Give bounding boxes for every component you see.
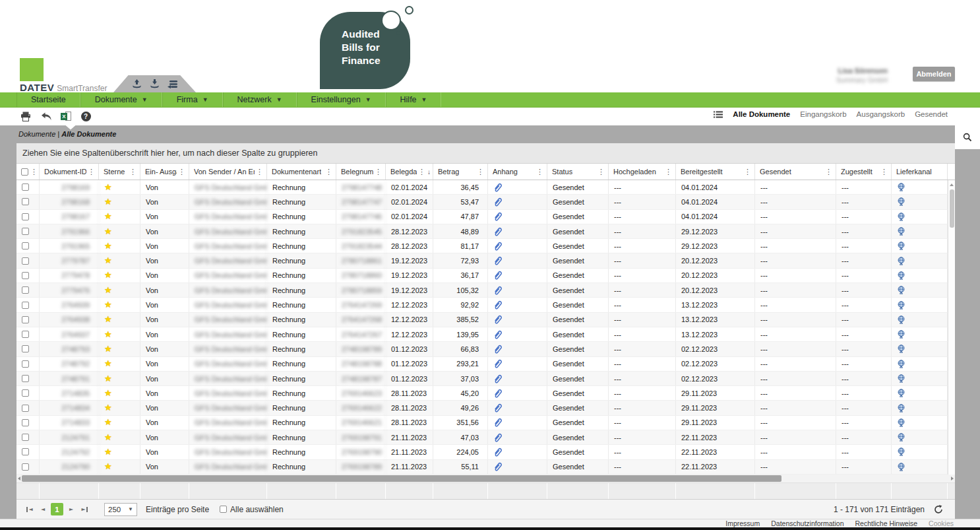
delivery-channel-globe-icon[interactable] bbox=[897, 463, 905, 471]
row-checkbox[interactable] bbox=[22, 448, 29, 455]
paperclip-icon[interactable] bbox=[493, 183, 502, 192]
paperclip-icon[interactable] bbox=[493, 389, 502, 398]
tab-ausgangskorb[interactable]: Ausgangskorb bbox=[857, 110, 905, 118]
row-checkbox[interactable] bbox=[22, 302, 29, 309]
column-header-hochgeladen[interactable]: Hochgeladen⋮ bbox=[609, 164, 676, 180]
footer-link-impressum[interactable]: Impressum bbox=[725, 519, 760, 527]
table-row[interactable]: 2764937★VonGFS Deutschland GmbHRechnung2… bbox=[16, 327, 955, 342]
table-row[interactable]: 2791966★VonGFS Deutschland GmbHRechnung2… bbox=[16, 224, 955, 239]
table-row[interactable]: 2714834★VonGFS Deutschland GmbHRechnung2… bbox=[16, 401, 955, 415]
delivery-channel-globe-icon[interactable] bbox=[897, 389, 905, 397]
help-icon[interactable]: ? bbox=[80, 110, 92, 122]
column-menu-icon[interactable]: ⋮ bbox=[663, 168, 673, 176]
delivery-channel-globe-icon[interactable] bbox=[897, 271, 905, 280]
paperclip-icon[interactable] bbox=[493, 433, 502, 442]
group-by-dropzone[interactable]: Ziehen Sie eine Spaltenüberschrift hier … bbox=[16, 143, 955, 164]
delivery-channel-globe-icon[interactable] bbox=[897, 183, 905, 191]
row-checkbox[interactable] bbox=[22, 389, 29, 397]
tab-eingangskorb[interactable]: Eingangskorb bbox=[800, 110, 846, 118]
paperclip-icon[interactable] bbox=[493, 242, 502, 251]
column-menu-icon[interactable]: ⋮ bbox=[417, 168, 427, 176]
printer-icon[interactable] bbox=[20, 110, 32, 122]
column-header-dokument_id[interactable]: Dokument-ID⋮ bbox=[40, 164, 99, 180]
paperclip-icon[interactable] bbox=[493, 212, 502, 221]
row-checkbox[interactable] bbox=[22, 286, 29, 294]
excel-export-icon[interactable]: X bbox=[61, 112, 71, 121]
scroll-right-arrow-icon[interactable] bbox=[951, 477, 954, 480]
column-header-zugestellt[interactable]: Zugestellt⋮ bbox=[836, 164, 892, 180]
download-icon[interactable] bbox=[150, 79, 160, 88]
horizontal-scrollbar[interactable] bbox=[16, 475, 955, 483]
column-menu-icon[interactable]: ⋮ bbox=[373, 168, 383, 176]
table-row[interactable]: 2779476★VonGFS Deutschland GmbHRechnung2… bbox=[16, 283, 955, 298]
delivery-channel-globe-icon[interactable] bbox=[897, 433, 905, 442]
paperclip-icon[interactable] bbox=[493, 300, 502, 310]
previous-page-button[interactable]: ◄ bbox=[36, 504, 49, 515]
delivery-channel-globe-icon[interactable] bbox=[897, 360, 905, 368]
delivery-channel-globe-icon[interactable] bbox=[897, 315, 905, 324]
current-page-button[interactable]: 1 bbox=[51, 503, 63, 515]
logout-button[interactable]: Abmelden bbox=[913, 67, 955, 81]
column-menu-icon[interactable]: ⋮ bbox=[255, 168, 264, 176]
row-checkbox[interactable] bbox=[22, 331, 29, 338]
row-checkbox[interactable] bbox=[22, 360, 29, 368]
row-checkbox[interactable] bbox=[22, 183, 29, 191]
column-menu-icon[interactable]: ⋮ bbox=[177, 168, 187, 176]
star-icon[interactable]: ★ bbox=[104, 434, 112, 442]
table-row[interactable]: 2748791★VonGFS Deutschland GmbHRechnung2… bbox=[16, 372, 955, 386]
column-menu-icon[interactable]: ⋮ bbox=[879, 168, 889, 176]
column-menu-icon[interactable]: ⋮ bbox=[475, 168, 485, 176]
paperclip-icon[interactable] bbox=[493, 197, 502, 207]
menu-startseite[interactable]: Startseite bbox=[16, 92, 80, 107]
row-checkbox[interactable] bbox=[22, 375, 29, 382]
footer-link-rechtliche-hinweise[interactable]: Rechtliche Hinweise bbox=[855, 519, 918, 527]
select-all-checkbox[interactable] bbox=[21, 168, 28, 176]
column-header-stern[interactable]: Sterne⋮ bbox=[99, 164, 140, 180]
upload-icon[interactable] bbox=[132, 79, 142, 88]
row-checkbox[interactable] bbox=[22, 463, 29, 471]
table-row[interactable]: 2779787★VonGFS Deutschland GmbHRechnung2… bbox=[16, 253, 955, 268]
menu-einstellungen[interactable]: Einstellungen▼ bbox=[297, 92, 386, 107]
column-menu-icon[interactable]: ⋮ bbox=[324, 168, 334, 176]
delivery-channel-globe-icon[interactable] bbox=[897, 301, 905, 310]
column-menu-icon[interactable]: ⋮ bbox=[128, 168, 138, 176]
table-row[interactable]: 2791965★VonGFS Deutschland GmbHRechnung2… bbox=[16, 239, 955, 253]
table-row[interactable]: 2764938★VonGFS Deutschland GmbHRechnung2… bbox=[16, 313, 955, 327]
row-checkbox[interactable] bbox=[22, 434, 29, 441]
star-icon[interactable]: ★ bbox=[104, 198, 112, 206]
delivery-channel-globe-icon[interactable] bbox=[897, 227, 905, 236]
column-header-anhang[interactable]: Anhang⋮ bbox=[488, 164, 547, 180]
row-checkbox[interactable] bbox=[22, 257, 29, 265]
paperclip-icon[interactable] bbox=[493, 374, 502, 383]
column-menu-icon[interactable]: ⋮ bbox=[535, 168, 545, 176]
star-icon[interactable]: ★ bbox=[104, 331, 112, 339]
column-header-dokumentenart[interactable]: Dokumentenart⋮ bbox=[267, 164, 336, 180]
vertical-scroll-thumb[interactable] bbox=[950, 189, 954, 228]
paperclip-icon[interactable] bbox=[493, 462, 502, 471]
footer-link-cookies[interactable]: Cookies bbox=[929, 519, 954, 527]
tab-gesendet[interactable]: Gesendet bbox=[915, 110, 948, 118]
row-checkbox[interactable] bbox=[22, 213, 29, 220]
delivery-channel-globe-icon[interactable] bbox=[897, 418, 905, 427]
column-header-sender[interactable]: Von Sender / An Em...⋮ bbox=[189, 164, 267, 180]
star-icon[interactable]: ★ bbox=[104, 375, 112, 383]
table-row[interactable]: 2779478★VonGFS Deutschland GmbHRechnung2… bbox=[16, 269, 955, 283]
delivery-channel-globe-icon[interactable] bbox=[897, 404, 905, 413]
search-button[interactable] bbox=[955, 125, 980, 149]
table-row[interactable]: 2748792★VonGFS Deutschland GmbHRechnung2… bbox=[16, 357, 955, 372]
column-menu-icon[interactable]: ⋮ bbox=[824, 168, 834, 176]
row-checkbox[interactable] bbox=[22, 272, 29, 279]
select-all-page-checkbox[interactable] bbox=[220, 506, 227, 513]
page-size-select[interactable]: 250 ▼ bbox=[104, 503, 137, 516]
column-header-bereitgestellt[interactable]: Bereitgestellt⋮ bbox=[676, 164, 755, 180]
paperclip-icon[interactable] bbox=[493, 227, 502, 236]
next-page-button[interactable]: ► bbox=[65, 504, 78, 515]
column-header-lieferkanal[interactable]: Lieferkanal bbox=[892, 164, 948, 180]
table-row[interactable]: 2764939★VonGFS Deutschland GmbHRechnung2… bbox=[16, 298, 955, 312]
column-menu-icon[interactable]: ⋮ bbox=[596, 168, 606, 176]
star-icon[interactable]: ★ bbox=[104, 463, 112, 471]
star-icon[interactable]: ★ bbox=[104, 242, 112, 250]
star-icon[interactable]: ★ bbox=[104, 389, 112, 397]
delivery-channel-globe-icon[interactable] bbox=[897, 374, 905, 383]
list-view-icon[interactable] bbox=[714, 111, 723, 118]
